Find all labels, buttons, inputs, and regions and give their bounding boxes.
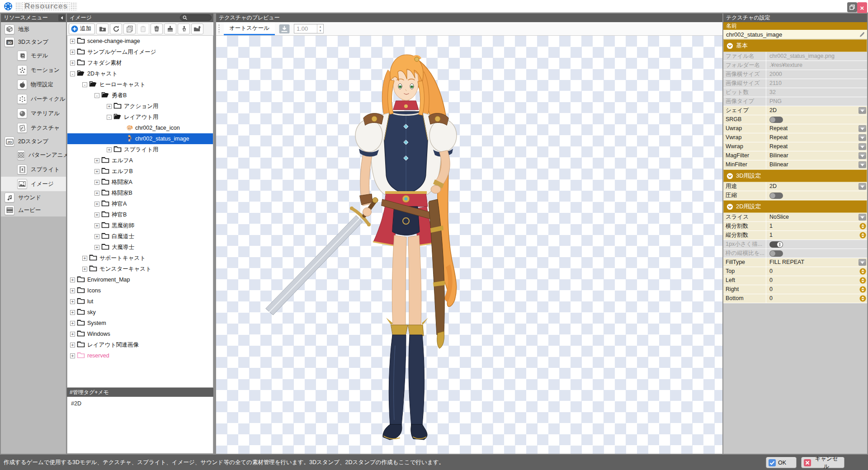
dropdown-arrow-icon[interactable] xyxy=(859,161,866,168)
sidebar-item-sound[interactable]: サウンド xyxy=(1,191,66,204)
sidebar-item-sprite[interactable]: スプライト xyxy=(1,162,66,177)
stepper-icon[interactable] xyxy=(859,295,866,302)
stamp-button[interactable] xyxy=(164,24,176,34)
tree-item[interactable]: +Icons xyxy=(67,285,213,296)
tree-item[interactable]: +白魔道士 xyxy=(67,231,213,242)
sidebar-item-stamp3d[interactable]: 3D3Dスタンプ xyxy=(1,36,66,48)
dropdown-arrow-icon[interactable] xyxy=(859,143,866,150)
expand-node-icon[interactable]: + xyxy=(70,50,75,55)
collapse-sidebar-button[interactable] xyxy=(58,14,65,21)
dropdown-arrow-icon[interactable] xyxy=(859,125,866,132)
pencil-icon[interactable] xyxy=(859,31,865,38)
expand-node-icon[interactable]: + xyxy=(82,267,87,272)
sidebar-item-texture[interactable]: テクスチャ xyxy=(1,121,66,135)
tree-item[interactable]: +レイアウト関連画像 xyxy=(67,339,213,350)
sidebar-item-stamp2d[interactable]: 2D2Dスタンプ xyxy=(1,135,66,148)
tree-item[interactable]: +サポートキャスト xyxy=(67,253,213,263)
expand-node-icon[interactable]: + xyxy=(70,343,75,348)
tree-item[interactable]: +エルフA xyxy=(67,155,213,166)
dropdown-arrow-icon[interactable] xyxy=(859,152,866,159)
delete-button[interactable] xyxy=(151,24,163,34)
tree-item[interactable]: +サンプルゲーム用イメージ xyxy=(67,47,213,57)
dropdown-arrow-icon[interactable] xyxy=(859,214,866,221)
expand-node-icon[interactable]: + xyxy=(70,299,75,304)
expand-node-icon[interactable]: + xyxy=(94,180,99,185)
zoom-spin-buttons[interactable]: ▲▼ xyxy=(317,24,323,33)
toggle-switch[interactable] xyxy=(769,241,783,248)
toggle-switch[interactable] xyxy=(769,193,783,199)
collapse-node-icon[interactable]: - xyxy=(94,93,99,98)
expand-node-icon[interactable]: + xyxy=(94,158,99,163)
expand-node-icon[interactable]: + xyxy=(70,39,75,44)
expand-node-icon[interactable]: + xyxy=(107,104,112,109)
expand-node-icon[interactable]: + xyxy=(70,353,75,358)
tree-item[interactable]: +スプライト用 xyxy=(67,144,213,155)
expand-node-icon[interactable]: + xyxy=(70,61,75,66)
expand-node-icon[interactable]: + xyxy=(82,256,87,261)
expand-node-icon[interactable]: + xyxy=(94,202,99,207)
new-folder-button[interactable] xyxy=(96,24,108,34)
dropdown-arrow-icon[interactable] xyxy=(859,134,866,141)
stepper-icon[interactable] xyxy=(859,277,866,284)
sidebar-item-physics[interactable]: 物理設定 xyxy=(1,77,66,92)
dropdown-arrow-icon[interactable] xyxy=(859,107,866,114)
sidebar-item-pattern-anim[interactable]: パターンアニメ xyxy=(1,148,66,162)
stepper-icon[interactable] xyxy=(859,268,866,275)
tree-item[interactable]: +lut xyxy=(67,296,213,307)
tree-item[interactable]: -レイアウト用 xyxy=(67,112,213,122)
expand-node-icon[interactable]: + xyxy=(94,234,99,239)
expand-node-icon[interactable]: + xyxy=(70,332,75,337)
tree-item[interactable]: +格闘家B xyxy=(67,188,213,198)
texture-preview-canvas[interactable] xyxy=(216,36,722,454)
tree-item[interactable]: +アクション用 xyxy=(67,101,213,112)
expand-node-icon[interactable]: + xyxy=(94,191,99,196)
collapse-node-icon[interactable]: - xyxy=(70,71,75,76)
tree-item[interactable]: +フキダシ素材 xyxy=(67,57,213,68)
duplicate-button[interactable] xyxy=(123,24,136,34)
tree-item[interactable]: +sky xyxy=(67,307,213,318)
collapse-node-icon[interactable]: - xyxy=(107,115,112,120)
expand-node-icon[interactable]: + xyxy=(70,321,75,326)
tree-item[interactable]: +chr002_status_image xyxy=(67,133,213,144)
ok-button[interactable]: OK xyxy=(766,457,797,468)
sidebar-item-material[interactable]: マテリアル xyxy=(1,106,66,121)
toggle-switch[interactable] xyxy=(769,117,783,123)
toggle-switch[interactable] xyxy=(769,250,783,257)
cancel-button[interactable]: キャンセル xyxy=(801,457,844,468)
tree-item[interactable]: +大魔導士 xyxy=(67,242,213,253)
sidebar-item-particle[interactable]: パーティクル xyxy=(1,92,66,106)
drag-handle[interactable] xyxy=(218,24,220,34)
sidebar-item-terrain[interactable]: 地形 xyxy=(1,23,66,36)
stepper-icon[interactable] xyxy=(859,286,866,293)
section-header-基本[interactable]: 基本 xyxy=(723,39,867,52)
sidebar-item-image[interactable]: イメージ xyxy=(1,177,66,191)
collapse-node-icon[interactable]: - xyxy=(82,82,87,87)
close-window-button[interactable]: × xyxy=(857,2,867,13)
tree-item[interactable]: +神官B xyxy=(67,209,213,220)
section-header-3D用設定[interactable]: 3D用設定 xyxy=(723,169,867,182)
tree-item[interactable]: +格闘家A xyxy=(67,177,213,188)
sidebar-item-motion[interactable]: モーション xyxy=(1,63,66,77)
stepper-icon[interactable] xyxy=(859,223,866,230)
expand-node-icon[interactable]: + xyxy=(107,147,112,152)
expand-node-icon[interactable]: + xyxy=(70,288,75,293)
zoom-spinner[interactable]: 1.00 ▲▼ xyxy=(294,24,324,33)
stepper-icon[interactable] xyxy=(859,232,866,239)
dropdown-arrow-icon[interactable] xyxy=(859,183,866,190)
tree-item[interactable]: +reserved xyxy=(67,350,213,361)
expand-node-icon[interactable]: + xyxy=(94,223,99,228)
tree-item[interactable]: +System xyxy=(67,318,213,329)
tree-item[interactable]: +モンスターキャスト xyxy=(67,263,213,274)
add-button[interactable]: 追加 xyxy=(69,24,95,34)
sidebar-item-model[interactable]: モデル xyxy=(1,48,66,63)
restore-window-button[interactable] xyxy=(847,2,857,12)
tree-item[interactable]: -ヒーローキャスト xyxy=(67,79,213,90)
expand-node-icon[interactable]: + xyxy=(94,245,99,250)
character-button[interactable] xyxy=(178,24,190,34)
fit-to-window-button[interactable] xyxy=(278,24,290,34)
export-button[interactable] xyxy=(191,24,203,34)
tree-item[interactable]: +chr002_face_icon xyxy=(67,122,213,133)
expand-node-icon[interactable]: + xyxy=(70,277,75,282)
tree-item[interactable]: -勇者B xyxy=(67,90,213,101)
tree-item[interactable]: +黒魔術師 xyxy=(67,220,213,231)
